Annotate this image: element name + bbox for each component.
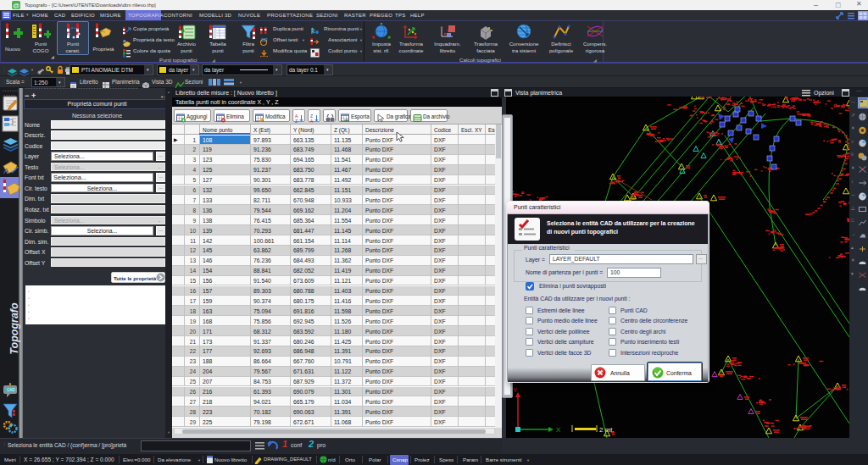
svg-text:2 mt.: 2 mt. bbox=[599, 426, 615, 434]
svg-text:Y: Y bbox=[513, 386, 518, 394]
svg-text:A: A bbox=[3, 167, 9, 175]
svg-text:123: 123 bbox=[261, 38, 268, 42]
svg-text:A: A bbox=[310, 119, 314, 124]
svg-text:X: X bbox=[556, 426, 561, 434]
svg-text:CAD: CAD bbox=[7, 388, 15, 392]
svg-text:Z: Z bbox=[295, 119, 298, 124]
svg-text:@: @ bbox=[13, 2, 19, 9]
